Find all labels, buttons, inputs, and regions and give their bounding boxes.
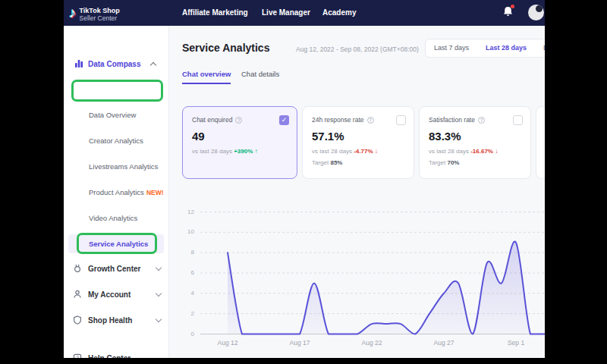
person-icon [73,290,82,299]
card-target: Target 85% [312,159,406,166]
card-value: 57.1% [312,130,406,143]
medal-icon [73,264,82,273]
bar-chart-icon [74,59,83,68]
sidebar-item-growth-center[interactable]: Growth Center [73,264,161,273]
range-button-last-7-days[interactable]: Last 7 days [426,39,477,57]
y-tick-label: 12 [182,209,194,215]
x-tick-label: Aug 27 [427,339,461,347]
chat-enquired-area-chart: 121086420Aug 12Aug 17Aug 22Aug 27Sep 1 [182,203,545,355]
chevron-down-icon [156,315,162,322]
app-window: ♪ TikTok Shop Seller Center Affiliate Ma… [64,0,545,358]
info-icon[interactable]: ? [235,117,242,124]
chevron-down-icon [156,290,162,296]
chart-canvas [182,203,545,351]
user-avatar[interactable] [528,5,544,20]
card-compare: vs last 28 days -16.67% ↓ [429,148,523,155]
card-title: 24h response rate? [312,116,406,124]
sidebar-item-shop-health[interactable]: Shop Health [73,315,161,325]
shield-icon [73,315,82,325]
info-icon[interactable]: ? [478,117,485,124]
card-compare: vs last 28 days -4.77% ↓ [312,148,406,155]
sidebar-item-product-analytics[interactable]: Product AnalyticsNEW! [89,187,164,198]
date-range-text: Aug 12, 2022 - Sep 08, 2022 (GMT+08:00) [296,46,419,53]
range-button-day[interactable]: Day [535,39,545,57]
sidebar-item-creator-analytics[interactable]: Creator Analytics [89,136,143,146]
card-compare: vs last 28 days +390% ↑ [192,148,289,155]
sidebar-item-help-center[interactable]: ? Help Center [73,353,161,358]
svg-text:?: ? [76,355,79,358]
notifications-bell-icon[interactable] [503,6,514,18]
sidebar-item-data-overview[interactable]: Data Overview [89,110,136,121]
metric-card-satisfaction-rate[interactable]: Satisfaction rate? 83.3% vs last 28 days… [419,106,531,179]
page-title: Service Analytics [182,42,269,54]
top-nav: ♪ TikTok Shop Seller Center Affiliate Ma… [64,0,545,26]
tab-chat-details[interactable]: Chat details [241,70,279,83]
sidebar-item-video-analytics[interactable]: Video Analytics [89,213,137,224]
nav-link-academy[interactable]: Academy [322,0,356,26]
y-tick-label: 8 [182,249,194,256]
sidebar-item-data-compass[interactable]: Data Compass [74,59,156,68]
sidebar-item-label: Data Compass [88,60,140,68]
card-checkbox[interactable] [396,115,406,125]
tab-chat-overview[interactable]: Chat overview [182,70,231,84]
arrow-up-icon: ↑ [255,148,258,155]
metric-card-chat-enquired[interactable]: Chat enquired? ✓ 49 vs last 28 days +390… [182,106,297,179]
x-tick-label: Aug 12 [211,339,244,347]
card-checkbox[interactable] [513,115,523,125]
y-tick-label: 10 [182,228,194,235]
info-icon[interactable]: ? [367,117,374,124]
y-tick-label: 6 [182,269,194,276]
metric-card-partial[interactable] [536,106,545,179]
sidebar-item-livestreams-analytics[interactable]: Livestreams Analytics [89,162,158,172]
x-tick-label: Aug 17 [283,339,316,347]
letterbox-frame: ♪ TikTok Shop Seller Center Affiliate Ma… [0,0,607,364]
nav-link-affiliate-marketing[interactable]: Affiliate Marketing [182,0,248,26]
card-target: Target 70% [429,159,523,166]
x-tick-label: Aug 22 [355,339,388,347]
date-range-selector: Last 7 days Last 28 days Day [425,39,545,58]
card-value: 49 [192,130,289,143]
brand-subtitle: Seller Center [80,14,120,22]
card-value: 83.3% [429,130,523,143]
arrow-down-icon: ↓ [495,148,498,155]
y-tick-label: 2 [182,310,194,317]
brand-title: TikTok Shop [80,7,120,14]
sidebar-item-my-account[interactable]: My Account [73,290,161,299]
area-fill [228,241,545,334]
card-checkbox[interactable]: ✓ [279,115,289,125]
chevron-up-icon [150,61,156,67]
card-title: Chat enquired? [192,116,289,124]
nav-link-live-manager[interactable]: Live Manager [262,0,310,26]
arrow-down-icon: ↓ [375,148,378,155]
y-tick-label: 0 [182,331,194,337]
chevron-down-icon [156,264,162,270]
new-badge: NEW! [146,189,164,196]
card-title: Satisfaction rate? [429,116,523,124]
sidebar-item-service-analytics[interactable]: Service Analytics [89,239,148,249]
y-tick-label: 4 [182,290,194,297]
x-tick-label: Sep 1 [499,339,533,347]
tiktok-note-icon: ♪ [69,2,77,24]
metric-card-24h-response-rate[interactable]: 24h response rate? 57.1% vs last 28 days… [302,106,414,179]
help-icon: ? [73,353,82,358]
tiktok-shop-logo[interactable]: ♪ TikTok Shop Seller Center [69,2,120,24]
range-button-last-28-days[interactable]: Last 28 days [477,39,535,57]
notification-dot [511,5,514,8]
